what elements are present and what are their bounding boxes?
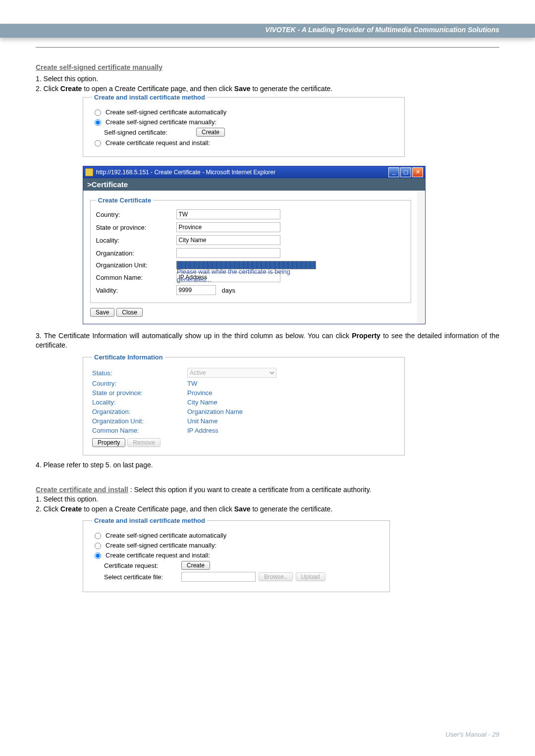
header-title: VIVOTEK - A Leading Provider of Multimed… (265, 26, 499, 34)
info-val-organization: Organization Name (187, 408, 243, 415)
fieldset-legend-2: Create and install certificate method (92, 517, 207, 524)
fieldset-create-method-2: Create and install certificate method Cr… (83, 517, 390, 592)
ie-title: http://192.168.5.151 - Create Certificat… (96, 169, 275, 176)
info-val-country: TW (187, 380, 197, 387)
step-2b-save: Save (234, 505, 251, 513)
info-label-orgunit: Organization Unit: (92, 417, 181, 425)
radio-auto-2[interactable] (95, 533, 101, 539)
label-orgunit: Organization Unit: (96, 261, 170, 269)
label-auto-1: Create self-signed certificate automatic… (106, 108, 226, 116)
label-manual-1: Create self-signed certificate manually: (106, 118, 216, 126)
step-2a-save: Save (234, 85, 251, 93)
section-b-body1: : Select this option if you want to crea… (130, 486, 372, 494)
label-validity: Validity: (96, 287, 170, 294)
info-label-state: State or province: (92, 389, 181, 397)
maximize-button[interactable]: ▢ (400, 167, 411, 177)
step-2a-mid: to open a Create Certificate page, and t… (82, 85, 234, 93)
section-heading-self-signed: Create self-signed certificate manually (36, 63, 499, 71)
cert-page-head: >Certificate (83, 178, 425, 191)
step-3-pre: 3. The Certificate Information will auto… (36, 332, 352, 340)
step-2b-create: Create (60, 505, 82, 513)
header-band: VIVOTEK - A Leading Provider of Multimed… (0, 24, 535, 38)
browse-button: Browse.. (259, 572, 293, 581)
input-country[interactable] (176, 209, 280, 219)
remove-button: Remove (127, 438, 160, 447)
section-heading-install: Create certificate and install (36, 486, 128, 494)
label-state: State or province: (96, 224, 170, 231)
label-manual-2: Create self-signed certificate manually: (106, 542, 216, 549)
radio-request-2[interactable] (95, 553, 101, 559)
fieldset-create-method-1: Create and install certificate method Cr… (83, 94, 405, 157)
fieldset-create-cert: Create Certificate Country: State or pro… (90, 197, 411, 303)
input-locality[interactable] (176, 235, 280, 245)
close-window-button[interactable]: ✕ (412, 167, 423, 177)
please-wait-overlay: Please wait while the certificate is bei… (177, 268, 306, 284)
label-common: Common Name: (96, 274, 170, 281)
footer-page-number: User's Manual - 29 (445, 731, 499, 738)
legend-cert-info: Certificate Information (92, 353, 165, 361)
info-label-organization: Organization: (92, 408, 181, 415)
property-button[interactable]: Property (92, 438, 125, 447)
step-3: 3. The Certificate Information will auto… (36, 331, 499, 351)
fieldset-cert-info: Certificate Information Status: Active C… (83, 353, 405, 455)
step-2a-pre: 2. Click (36, 85, 60, 93)
step-2a-create: Create (60, 85, 82, 93)
info-val-orgunit: Unit Name (187, 417, 217, 425)
header-divider (36, 47, 499, 48)
label-days: days (222, 287, 235, 294)
radio-manual-1[interactable] (95, 119, 101, 126)
input-validity[interactable] (176, 285, 216, 295)
file-path-input[interactable] (181, 572, 256, 582)
cert-req-label: Certificate request: (104, 562, 178, 569)
ie-icon (85, 168, 93, 176)
select-file-label: Select certificate file: (104, 573, 178, 581)
step-4: 4. Please refer to step 5. on last page. (36, 460, 499, 470)
close-button[interactable]: Close (116, 308, 143, 317)
step-2b-post: to generate the certificate. (251, 505, 333, 513)
create-button-1[interactable]: Create (196, 128, 225, 137)
step-2a-post: to generate the certificate. (251, 85, 333, 93)
step-1b: 1. Select this option. (36, 495, 499, 504)
label-locality: Locality: (96, 237, 170, 244)
minimize-button[interactable]: _ (388, 167, 399, 177)
input-organization[interactable] (176, 248, 280, 258)
step-2b-mid: to open a Create Certificate page, and t… (82, 505, 234, 513)
label-organization: Organization: (96, 250, 170, 257)
label-auto-2: Create self-signed certificate automatic… (106, 532, 226, 539)
step-3-property: Property (352, 332, 380, 340)
upload-button: Upload (296, 572, 325, 581)
step-2b-pre: 2. Click (36, 505, 60, 513)
radio-manual-2[interactable] (95, 543, 101, 549)
input-state[interactable] (176, 222, 280, 232)
self-signed-label: Self-signed certificate: (104, 129, 193, 136)
create-button-2[interactable]: Create (181, 561, 210, 570)
ie-titlebar: http://192.168.5.151 - Create Certificat… (83, 166, 425, 178)
info-label-country: Country: (92, 380, 181, 387)
save-button[interactable]: Save (90, 308, 114, 317)
step-1a: 1. Select this option. (36, 74, 499, 84)
info-val-common: IP Address (187, 427, 218, 434)
label-country: Country: (96, 211, 170, 218)
ie-window: http://192.168.5.151 - Create Certificat… (83, 166, 426, 324)
label-request-1: Create certificate request and install: (106, 139, 210, 147)
step-2b: 2. Click Create to open a Create Certifi… (36, 504, 499, 514)
info-val-state: Province (187, 389, 213, 397)
info-label-locality: Locality: (92, 399, 181, 406)
scrollbar[interactable] (417, 191, 424, 324)
radio-auto-1[interactable] (95, 109, 101, 116)
info-label-status: Status: (92, 369, 181, 377)
info-label-common: Common Name: (92, 427, 181, 434)
info-val-locality: City Name (187, 399, 217, 406)
step-2a: 2. Click Create to open a Create Certifi… (36, 84, 499, 94)
fieldset-legend-1: Create and install certificate method (92, 94, 207, 101)
status-select: Active (187, 368, 276, 378)
legend-create-cert: Create Certificate (96, 197, 154, 204)
radio-request-1[interactable] (95, 140, 101, 147)
label-request-2: Create certificate request and install: (106, 552, 210, 559)
